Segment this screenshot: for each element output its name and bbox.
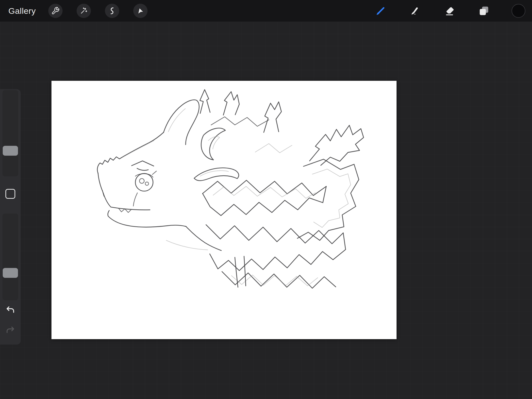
smudge-icon: [409, 5, 421, 17]
right-tool-group: [373, 4, 526, 18]
eraser-icon: [444, 5, 455, 17]
brush-size-slider[interactable]: [2, 90, 18, 176]
redo-button[interactable]: [5, 325, 16, 336]
erase-tool-button[interactable]: [442, 4, 457, 18]
undo-arrow-icon: [5, 305, 15, 315]
undo-button[interactable]: [5, 305, 16, 316]
top-toolbar: Gallery: [0, 0, 532, 22]
selection-s-icon: [108, 7, 116, 15]
color-swatch: [512, 4, 525, 18]
left-tool-group: [48, 4, 148, 18]
adjustments-button[interactable]: [77, 4, 91, 18]
paint-tool-button[interactable]: [373, 4, 388, 18]
color-button[interactable]: [511, 4, 526, 18]
paintbrush-icon: [375, 5, 386, 17]
layers-button[interactable]: [477, 4, 491, 18]
wrench-icon: [51, 7, 60, 15]
magic-wand-icon: [80, 7, 88, 15]
smudge-tool-button[interactable]: [408, 4, 422, 18]
actions-button[interactable]: [48, 4, 63, 18]
gallery-button[interactable]: Gallery: [8, 0, 36, 22]
modify-button[interactable]: [5, 189, 15, 199]
dragon-sketch: [51, 81, 397, 339]
transform-button[interactable]: [133, 4, 148, 18]
drawing-canvas[interactable]: [51, 81, 397, 339]
transform-arrow-icon: [136, 7, 145, 15]
brush-size-handle[interactable]: [3, 146, 18, 156]
redo-arrow-icon: [5, 326, 15, 335]
layers-icon: [478, 5, 490, 17]
selection-button[interactable]: [105, 4, 119, 18]
opacity-handle[interactable]: [3, 268, 18, 278]
dragon-sketch-strokes: [97, 90, 364, 288]
brush-sidebar: [0, 89, 21, 345]
opacity-slider[interactable]: [2, 214, 18, 300]
